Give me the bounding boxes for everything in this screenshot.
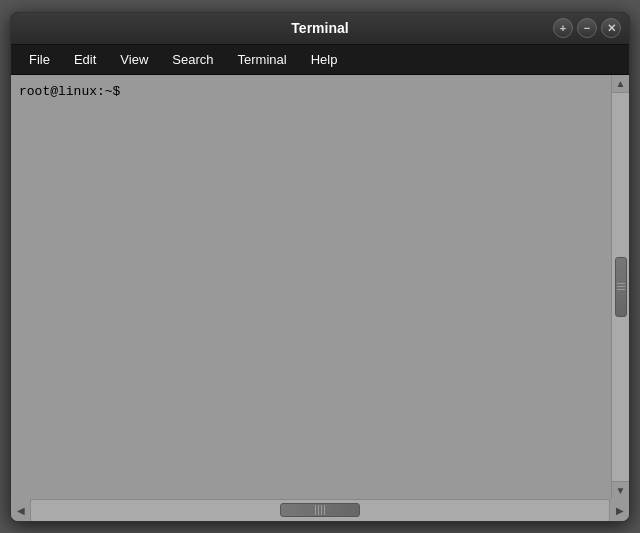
menu-terminal[interactable]: Terminal (228, 48, 297, 71)
titlebar-buttons: + − ✕ (553, 18, 621, 38)
grip-line-2 (617, 286, 625, 287)
grip-line-h-3 (321, 505, 322, 515)
minimize-button[interactable]: − (577, 18, 597, 38)
scroll-right-button[interactable]: ▶ (609, 499, 629, 521)
content-area: root@linux:~$ ▲ ▼ (11, 75, 629, 499)
grip-line-3 (617, 289, 625, 290)
menu-edit[interactable]: Edit (64, 48, 106, 71)
grip-line-h-2 (318, 505, 319, 515)
titlebar: Terminal + − ✕ (11, 13, 629, 45)
window-title: Terminal (87, 20, 553, 36)
menubar: File Edit View Search Terminal Help (11, 45, 629, 75)
scroll-left-button[interactable]: ◀ (11, 499, 31, 521)
close-button[interactable]: ✕ (601, 18, 621, 38)
scroll-thumb-horizontal[interactable] (280, 503, 360, 517)
scroll-track-horizontal[interactable] (33, 502, 607, 518)
arrow-right-icon: ▶ (616, 505, 624, 516)
arrow-left-icon: ◀ (17, 505, 25, 516)
grip-line-h-1 (315, 505, 316, 515)
menu-search[interactable]: Search (162, 48, 223, 71)
grip-line-1 (617, 283, 625, 284)
horizontal-scrollbar: ◀ ▶ (11, 499, 629, 521)
thumb-grip-h (315, 505, 325, 515)
scroll-up-button[interactable]: ▲ (612, 75, 630, 93)
add-button[interactable]: + (553, 18, 573, 38)
terminal-prompt: root@linux:~$ (19, 84, 120, 99)
arrow-down-icon: ▼ (616, 485, 626, 496)
terminal-area[interactable]: root@linux:~$ (11, 75, 611, 499)
vertical-scrollbar: ▲ ▼ (611, 75, 629, 499)
thumb-grip (617, 283, 625, 290)
arrow-up-icon: ▲ (616, 78, 626, 89)
menu-view[interactable]: View (110, 48, 158, 71)
terminal-window: Terminal + − ✕ File Edit View Search Ter… (10, 12, 630, 522)
grip-line-h-4 (324, 505, 325, 515)
scroll-track-vertical[interactable] (614, 95, 628, 479)
scroll-thumb-vertical[interactable] (615, 257, 627, 317)
scroll-down-button[interactable]: ▼ (612, 481, 630, 499)
menu-help[interactable]: Help (301, 48, 348, 71)
menu-file[interactable]: File (19, 48, 60, 71)
